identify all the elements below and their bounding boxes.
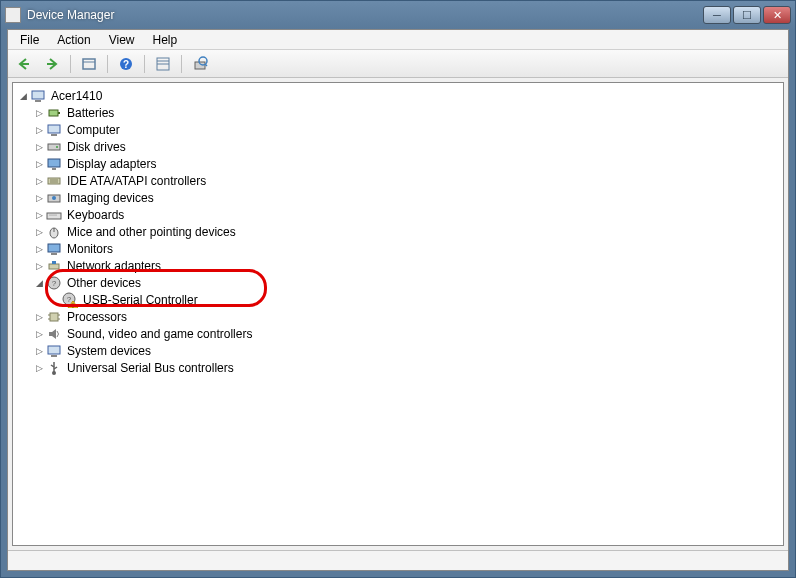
- menu-file[interactable]: File: [12, 31, 47, 49]
- expand-icon[interactable]: ▷: [33, 345, 45, 357]
- svg-text:?: ?: [123, 59, 129, 70]
- tree-item-imaging-devices[interactable]: ▷ Imaging devices: [13, 189, 783, 206]
- svg-rect-35: [52, 261, 56, 264]
- keyboard-icon: [46, 207, 62, 223]
- expand-icon[interactable]: ▷: [33, 175, 45, 187]
- tree-item-usb-serial-controller[interactable]: ? ! USB-Serial Controller: [13, 291, 783, 308]
- tree-item-keyboards[interactable]: ▷ Keyboards: [13, 206, 783, 223]
- mouse-icon: [46, 224, 62, 240]
- tree-item-label: Display adapters: [65, 157, 158, 171]
- unknown-device-warning-icon: ? !: [62, 292, 78, 308]
- toolbar-back-button[interactable]: [12, 53, 36, 75]
- tree-item-mice[interactable]: ▷ Mice and other pointing devices: [13, 223, 783, 240]
- toolbar-view-button[interactable]: [151, 53, 175, 75]
- tree-item-label: Processors: [65, 310, 129, 324]
- collapse-icon[interactable]: ◢: [17, 90, 29, 102]
- toolbar-separator: [107, 55, 108, 73]
- expand-icon[interactable]: ▷: [33, 226, 45, 238]
- tree-item-label: System devices: [65, 344, 153, 358]
- toolbar-separator: [70, 55, 71, 73]
- toolbar-help-button[interactable]: ?: [114, 53, 138, 75]
- svg-rect-32: [48, 244, 60, 252]
- tree-root-label: Acer1410: [49, 89, 104, 103]
- tree-item-label: Mice and other pointing devices: [65, 225, 238, 239]
- tree-item-label: Universal Serial Bus controllers: [65, 361, 236, 375]
- svg-rect-49: [51, 355, 57, 357]
- computer-icon: [30, 88, 46, 104]
- window-icon: [81, 56, 97, 72]
- close-button[interactable]: ✕: [763, 6, 791, 24]
- tree-item-other-devices[interactable]: ◢ ? Other devices: [13, 274, 783, 291]
- tree-item-label: USB-Serial Controller: [81, 293, 200, 307]
- toolbar-separator: [144, 55, 145, 73]
- tree-item-label: Other devices: [65, 276, 143, 290]
- svg-marker-47: [49, 329, 56, 339]
- expand-icon[interactable]: ▷: [33, 192, 45, 204]
- sound-icon: [46, 326, 62, 342]
- expand-icon[interactable]: ▷: [33, 311, 45, 323]
- device-tree[interactable]: ◢ Acer1410 ▷ Batteries ▷ Computer: [12, 82, 784, 546]
- tree-item-label: Disk drives: [65, 140, 128, 154]
- svg-point-27: [52, 214, 53, 215]
- tree-item-batteries[interactable]: ▷ Batteries: [13, 104, 783, 121]
- svg-rect-25: [47, 213, 61, 219]
- disk-icon: [46, 139, 62, 155]
- menu-help[interactable]: Help: [145, 31, 186, 49]
- display-icon: [46, 156, 62, 172]
- processor-icon: [46, 309, 62, 325]
- toolbar-scan-button[interactable]: [188, 53, 212, 75]
- svg-text:!: !: [72, 301, 74, 308]
- tree-item-label: Monitors: [65, 242, 115, 256]
- tree-item-disk-drives[interactable]: ▷ Disk drives: [13, 138, 783, 155]
- svg-rect-19: [52, 168, 56, 170]
- expand-icon[interactable]: ▷: [33, 107, 45, 119]
- tree-item-computer[interactable]: ▷ Computer: [13, 121, 783, 138]
- svg-point-28: [54, 214, 55, 215]
- minimize-button[interactable]: ─: [703, 6, 731, 24]
- imaging-icon: [46, 190, 62, 206]
- computer-icon: [46, 122, 62, 138]
- expand-icon[interactable]: ▷: [33, 209, 45, 221]
- expand-icon[interactable]: ▷: [33, 243, 45, 255]
- arrow-right-icon: [44, 56, 60, 72]
- svg-text:?: ?: [67, 295, 72, 304]
- tree-item-processors[interactable]: ▷ Processors: [13, 308, 783, 325]
- tree-item-ide-controllers[interactable]: ▷ IDE ATA/ATAPI controllers: [13, 172, 783, 189]
- monitor-icon: [46, 241, 62, 257]
- expand-icon[interactable]: ▷: [33, 328, 45, 340]
- maximize-button[interactable]: ☐: [733, 6, 761, 24]
- tree-item-monitors[interactable]: ▷ Monitors: [13, 240, 783, 257]
- battery-icon: [46, 105, 62, 121]
- arrow-left-icon: [16, 56, 32, 72]
- expand-icon[interactable]: ▷: [33, 141, 45, 153]
- expand-icon[interactable]: ▷: [33, 362, 45, 374]
- window-title: Device Manager: [27, 8, 114, 22]
- titlebar[interactable]: Device Manager ─ ☐ ✕: [1, 1, 795, 29]
- expand-icon[interactable]: ▷: [33, 260, 45, 272]
- toolbar: ?: [8, 50, 788, 78]
- help-icon: ?: [118, 56, 134, 72]
- svg-rect-33: [51, 253, 57, 255]
- tree-item-usb-controllers[interactable]: ▷ Universal Serial Bus controllers: [13, 359, 783, 376]
- tree-item-network-adapters[interactable]: ▷ Network adapters: [13, 257, 783, 274]
- svg-text:?: ?: [52, 279, 57, 288]
- tree-item-sound-controllers[interactable]: ▷ Sound, video and game controllers: [13, 325, 783, 342]
- toolbar-forward-button[interactable]: [40, 53, 64, 75]
- other-icon: ?: [46, 275, 62, 291]
- tree-root[interactable]: ◢ Acer1410: [13, 87, 783, 104]
- menubar: File Action View Help: [8, 30, 788, 50]
- window-frame: Device Manager ─ ☐ ✕ File Action View He…: [0, 0, 796, 578]
- scan-icon: [192, 56, 208, 72]
- toolbar-show-hidden-button[interactable]: [77, 53, 101, 75]
- tree-item-label: IDE ATA/ATAPI controllers: [65, 174, 208, 188]
- expand-icon[interactable]: ▷: [33, 158, 45, 170]
- tree-item-system-devices[interactable]: ▷ System devices: [13, 342, 783, 359]
- expand-icon[interactable]: ▷: [33, 124, 45, 136]
- svg-rect-42: [50, 313, 58, 321]
- collapse-icon[interactable]: ◢: [33, 277, 45, 289]
- statusbar: [8, 550, 788, 570]
- svg-point-24: [52, 196, 56, 200]
- tree-item-display-adapters[interactable]: ▷ Display adapters: [13, 155, 783, 172]
- menu-action[interactable]: Action: [49, 31, 98, 49]
- menu-view[interactable]: View: [101, 31, 143, 49]
